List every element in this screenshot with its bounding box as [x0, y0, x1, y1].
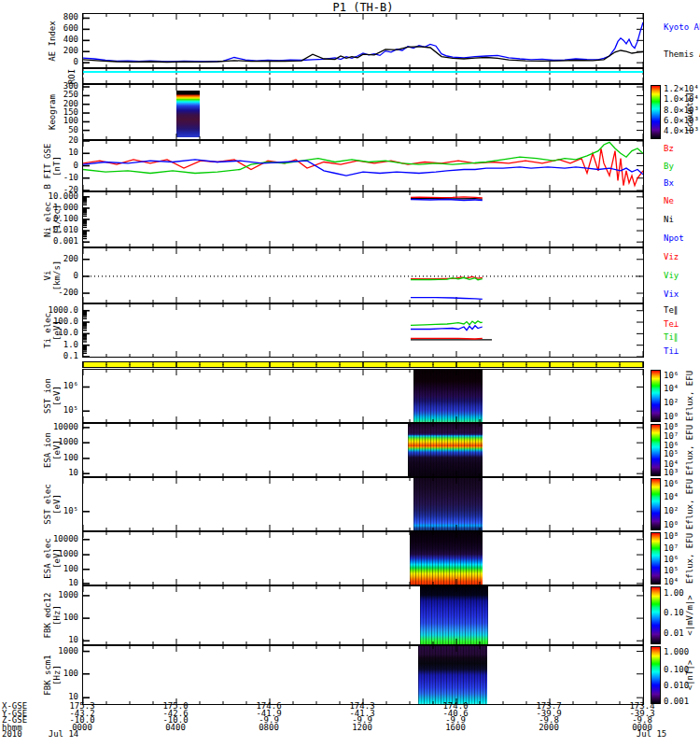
colorbar-tick-label: 10⁸ [664, 532, 700, 541]
colorbar-tick-label: 10⁰ [664, 521, 700, 529]
colorbar-tick-label: 0.10 [664, 609, 700, 617]
ylabel-line: SST elec [43, 484, 52, 524]
colorbar-unit: [counts] [686, 92, 694, 132]
bottom-value: 1600 [426, 724, 485, 731]
legend-Bx: Bx [664, 179, 674, 188]
ylabel-line: [Hz] [52, 593, 62, 639]
colorbar-tick-label: 10⁴ [664, 493, 700, 501]
legend-Bz: Bz [664, 145, 674, 153]
colorbar-unit: Eflux, EFU [686, 533, 694, 584]
ylabel-sst_ion: SST ion[eV] [43, 378, 62, 414]
colorbar-tick-label: 10² [664, 507, 700, 515]
ytick-label: 10000 [34, 423, 78, 431]
legend-Te∥: Te∥ [664, 306, 678, 315]
ylabel-line: Keogram [48, 94, 57, 130]
colorbar-tick-label: 10⁶ [664, 556, 700, 564]
ylabel-line: FBK scm1 [43, 655, 52, 695]
ylabel-line: [1/cc] [52, 202, 62, 237]
panel-canvas-bfit [83, 141, 643, 190]
colorbar-tick-label: 10⁶ [664, 480, 700, 488]
colorbar-tick-label: 10³ [664, 469, 700, 477]
panel-canvas-keogram [83, 85, 643, 139]
panel-canvas-ti [83, 304, 643, 357]
series-Vix [411, 298, 483, 300]
legend-By: By [664, 162, 674, 171]
ylabel-esa_elec: ESA elec[eV] [43, 538, 62, 578]
colorbar-tick-label: 10² [664, 399, 700, 407]
ylabel-line: [eV] [52, 484, 62, 524]
panel-bfit [82, 140, 644, 191]
colorbar-unit: Eflux, EFU [686, 479, 694, 529]
ylabel-line: [Hz] [52, 655, 62, 695]
colorbar-tick-label: 0.010 [664, 682, 700, 690]
ylabel-line: [km/s] [52, 261, 62, 291]
legend-Viy: Viy [664, 272, 679, 280]
colorbar-keogram [651, 85, 661, 139]
ylabel-line: [eV] [52, 378, 62, 414]
ylabel-line: ESA ion [43, 432, 52, 468]
series-Kyoto AE [83, 22, 643, 62]
ylabel-vi: Vi[km/s] [43, 261, 62, 291]
colorbar-unit: <|mV/m|> [686, 595, 694, 635]
colorbar-esa_elec [651, 532, 661, 585]
ylabel-sst_elec: SST elec[eV] [43, 484, 62, 524]
colorbar-unit: Eflux, EFU [686, 425, 694, 475]
panel-esa_ion [82, 423, 644, 477]
ylabel-line: Vi [43, 261, 52, 291]
panel-canvas-sst_elec [83, 478, 643, 530]
ytick-label: 10 [34, 579, 78, 587]
legend-Themis AE: Themis AE [664, 50, 700, 59]
legend-Ni: Ni [664, 216, 674, 224]
ytick-label: 1000 [34, 647, 78, 655]
ytick-label: 10.000 [34, 192, 78, 201]
ylabel-line: FBK edc12 [43, 593, 52, 639]
panel-canvas-vi [83, 248, 643, 303]
bottom-value: Jul 15 [622, 730, 681, 738]
panel-sst_ion [82, 369, 644, 423]
colorbar-unit: Eflux, EFU [686, 371, 694, 421]
panel-canvas-flags [83, 362, 643, 367]
panel-vi [82, 247, 644, 303]
colorbar-unit: <|nT|> [686, 660, 694, 691]
bottom-value: 2000 [519, 724, 579, 731]
colorbar-tick-label: 8.0×10³ [664, 106, 700, 115]
colorbar-tick-label: 0.100 [664, 666, 700, 674]
ylabel-ni: Ni elec[1/cc] [43, 202, 62, 237]
ylabel-line: SST ion [43, 378, 52, 414]
colorbar-tick-label: 1.00 [664, 589, 700, 598]
legend-Kyoto AE: Kyoto AE [664, 23, 700, 32]
ylabel-line: [eV] [52, 313, 62, 348]
panel-canvas-sst_ion [83, 370, 643, 422]
legend-Ti∥: Ti∥ [664, 333, 678, 342]
bottom-value: 0400 [146, 724, 205, 731]
colorbar-tick-label: 10⁸ [664, 423, 700, 431]
series-By [83, 142, 643, 173]
colorbar-sst_elec [651, 478, 661, 530]
legend-Ne: Ne [664, 197, 674, 205]
panel-keogram [82, 84, 644, 140]
panel-roi [82, 68, 644, 84]
colorbar-fbk_scm1 [651, 646, 661, 704]
colorbar-tick-label: 10⁷ [664, 432, 700, 441]
series-Ti-par [411, 321, 483, 326]
legend-Viz: Viz [664, 253, 679, 261]
colorbar-tick-label: 0.01 [664, 629, 700, 638]
legend-Vix: Vix [664, 290, 679, 299]
series-Te-perp [411, 338, 483, 339]
panel-canvas-fbk_scm1 [83, 646, 643, 704]
ytick-label: 10 [34, 469, 78, 477]
ylabel-ae_index: AE Index [48, 21, 57, 61]
colorbar-tick-label: 1.0×10⁴ [664, 95, 700, 104]
ylabel-ti: Ti elec[eV] [43, 313, 62, 348]
colorbar-tick-label: 10⁰ [664, 413, 700, 421]
panel-canvas-esa_elec [83, 532, 643, 585]
colorbar-tick-label: 10⁵ [664, 567, 700, 575]
colorbar-tick-label: 6.0×10³ [664, 117, 700, 125]
colorbar-tick-label: 1.2×10⁴ [664, 85, 700, 93]
ylabel-line: ESA elec [43, 538, 52, 578]
ylabel-line: Ni elec [43, 202, 52, 237]
legend-Te⊥: Te⊥ [664, 320, 679, 329]
ylabel-line: AE Index [48, 21, 57, 61]
ylabel-line: [eV] [52, 432, 62, 468]
series-Bz [83, 148, 643, 186]
